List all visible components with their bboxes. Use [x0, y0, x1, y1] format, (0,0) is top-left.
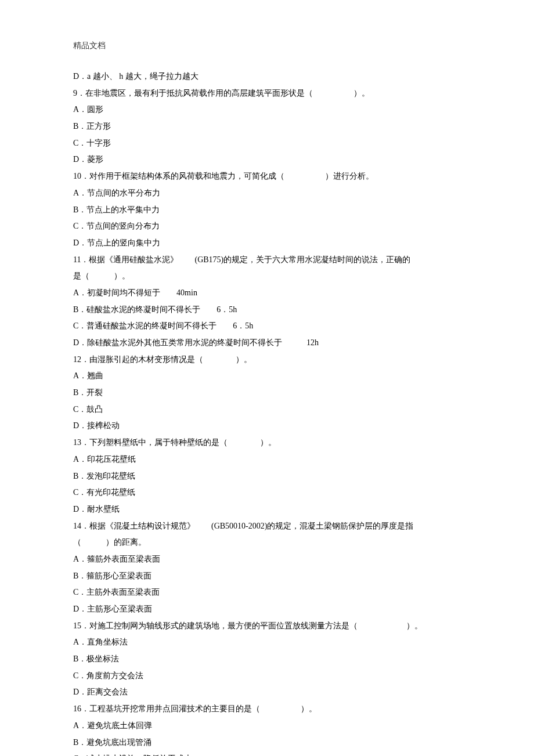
document-body: D．a 越小、 h 越大，绳子拉力越大9．在非地震区，最有利于抵抗风荷载作用的高… [73, 68, 461, 756]
text-line: 9．在非地震区，最有利于抵抗风荷载作用的高层建筑平面形状是（ ）。 [73, 85, 461, 102]
text-line: 13．下列塑料壁纸中，属于特种壁纸的是（ ）。 [73, 435, 461, 451]
text-line: 11．根据《通用硅酸盐水泥》 (GB175)的规定，关于六大常用水泥凝结时间的说… [73, 252, 461, 269]
text-line: C．减少排水设施，降低施工成本 [73, 751, 461, 756]
text-line: D．a 越小、 h 越大，绳子拉力越大 [73, 68, 461, 85]
text-line: D．节点上的竖向集中力 [73, 235, 461, 252]
text-line: （ ）的距离。 [73, 534, 461, 551]
text-line: C．十字形 [73, 135, 461, 152]
text-line: B．发泡印花壁纸 [73, 468, 461, 485]
text-line: 14．根据《混凝土结构设计规范》 (GB50010-2002)的规定，混凝土梁钢… [73, 518, 461, 535]
text-line: 是（ ）。 [73, 268, 461, 285]
text-line: 10．对作用于框架结构体系的风荷载和地震力，可简化成（ ）进行分析。 [73, 168, 461, 185]
text-line: C．鼓凸 [73, 401, 461, 418]
text-line: D．主筋形心至梁表面 [73, 601, 461, 618]
text-line: B．节点上的水平集中力 [73, 202, 461, 219]
text-line: A．避免坑底土体回弹 [73, 718, 461, 735]
document-page: 精品文档 D．a 越小、 h 越大，绳子拉力越大9．在非地震区，最有利于抵抗风荷… [0, 0, 534, 756]
text-line: 12．由湿胀引起的木材变形情况是（ ）。 [73, 352, 461, 368]
text-line: D．距离交会法 [73, 684, 461, 701]
text-line: C．节点间的竖向分布力 [73, 218, 461, 235]
text-line: D．耐水壁纸 [73, 501, 461, 518]
text-line: 16．工程基坑开挖常用井点回灌技术的主要目的是（ ）。 [73, 701, 461, 718]
text-line: A．圆形 [73, 102, 461, 118]
text-line: A．节点间的水平分布力 [73, 185, 461, 202]
text-line: B．开裂 [73, 385, 461, 401]
text-line: C．角度前方交会法 [73, 668, 461, 685]
text-line: D．除硅酸盐水泥外其他五类常用水泥的终凝时间不得长于 12h [73, 335, 461, 352]
text-line: D．菱形 [73, 151, 461, 168]
text-line: A．印花压花壁纸 [73, 451, 461, 468]
text-line: B．正方形 [73, 118, 461, 135]
text-line: A．直角坐标法 [73, 634, 461, 651]
text-line: B．箍筋形心至梁表面 [73, 568, 461, 585]
page-header: 精品文档 [73, 41, 461, 51]
text-line: C．主筋外表面至梁表面 [73, 584, 461, 601]
text-line: C．普通硅酸盐水泥的终凝时间不得长于 6．5h [73, 318, 461, 335]
text-line: B．极坐标法 [73, 651, 461, 668]
text-line: D．接榫松动 [73, 418, 461, 435]
text-line: A．初凝时间均不得短于 40min [73, 285, 461, 302]
text-line: B．硅酸盐水泥的终凝时间不得长于 6．5h [73, 302, 461, 319]
text-line: 15．对施工控制网为轴线形式的建筑场地，最方便的平面位置放线测量方法是（ ）。 [73, 618, 461, 635]
text-line: A．翘曲 [73, 368, 461, 385]
text-line: A．箍筋外表面至梁表面 [73, 551, 461, 568]
text-line: B．避免坑底出现管涌 [73, 735, 461, 751]
text-line: C．有光印花壁纸 [73, 484, 461, 501]
